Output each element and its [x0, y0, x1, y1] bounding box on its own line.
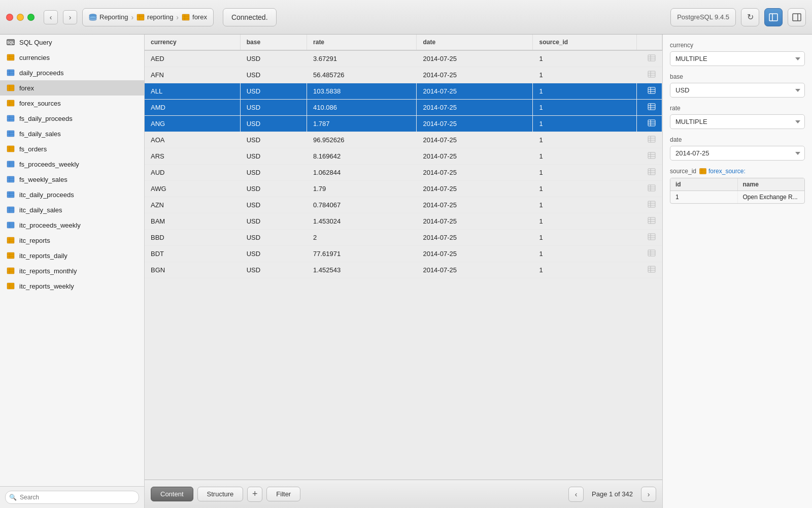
cell-currency: ANG	[145, 116, 240, 132]
sidebar-item-itc-daily-proceeds[interactable]: itc_daily_proceeds	[0, 187, 144, 202]
table-icon	[7, 176, 15, 183]
table-row[interactable]: AWGUSD1.792014-07-251	[145, 181, 662, 197]
table-row[interactable]: ANGUSD1.7872014-07-251	[145, 116, 662, 132]
sidebar-item-label: forex	[19, 84, 34, 92]
cell-icon[interactable]	[637, 213, 662, 230]
cell-source_id: 1	[533, 83, 637, 100]
cell-icon[interactable]	[637, 230, 662, 246]
table-icon-fs-orders	[6, 144, 15, 153]
search-input[interactable]	[5, 491, 139, 504]
cell-icon[interactable]	[637, 148, 662, 165]
sidebar-list: SQLSQL Query currencies daily_proceeds f…	[0, 35, 144, 486]
sidebar-item-itc-reports-weekly[interactable]: itc_reports_weekly	[0, 278, 144, 294]
sidebar-item-currencies[interactable]: currencies	[0, 50, 144, 65]
table-row[interactable]: BBDUSD22014-07-251	[145, 230, 662, 246]
table-icon-forex	[6, 83, 15, 92]
table-row[interactable]: AZNUSD0.7840672014-07-251	[145, 197, 662, 213]
breadcrumb-db[interactable]: Reporting	[89, 13, 128, 21]
svg-rect-113	[648, 201, 655, 207]
svg-rect-89	[648, 104, 655, 110]
add-row-button[interactable]: +	[247, 487, 262, 502]
row-table-icon	[648, 201, 656, 208]
source-id-label: source_id	[670, 168, 696, 175]
minimize-button[interactable]	[17, 14, 24, 21]
filter-select-date[interactable]: 2014-07-25	[670, 146, 805, 161]
filter-field-base: baseUSD	[670, 73, 805, 98]
sidebar-item-fs-proceeds-weekly[interactable]: fs_proceeds_weekly	[0, 156, 144, 172]
prev-page-button[interactable]: ‹	[568, 487, 584, 502]
table-row[interactable]: BGNUSD1.4525432014-07-251	[145, 262, 662, 278]
filter-select-currency[interactable]: MULTIPLE	[670, 51, 805, 66]
table-icon-fs-daily-proceeds	[6, 114, 15, 123]
refresh-button[interactable]: ↻	[741, 8, 759, 26]
sidebar-item-itc-proceeds-weekly[interactable]: itc_proceeds_weekly	[0, 217, 144, 233]
back-button[interactable]: ‹	[44, 10, 58, 24]
sidebar-item-forex-sources[interactable]: forex_sources	[0, 96, 144, 111]
svg-rect-69	[7, 268, 14, 274]
table-row[interactable]: ALLUSD103.58382014-07-251	[145, 83, 662, 100]
table-row[interactable]: ARSUSD8.1696422014-07-251	[145, 148, 662, 165]
table-row[interactable]: AFNUSD56.4857262014-07-251	[145, 67, 662, 83]
sidebar-item-itc-daily-sales[interactable]: itc_daily_sales	[0, 202, 144, 217]
sidebar-item-sql-query[interactable]: SQLSQL Query	[0, 35, 144, 50]
cell-icon[interactable]	[637, 116, 662, 132]
sidebar-item-label: fs_orders	[19, 145, 47, 153]
close-button[interactable]	[6, 14, 13, 21]
svg-rect-5	[182, 14, 189, 20]
cell-icon[interactable]	[637, 165, 662, 181]
cell-icon[interactable]	[637, 262, 662, 278]
breadcrumb-schema[interactable]: reporting	[137, 13, 173, 21]
sidebar-item-itc-reports-monthly[interactable]: itc_reports_monthly	[0, 263, 144, 278]
cell-currency: AED	[145, 50, 240, 67]
sidebar-item-itc-reports[interactable]: itc_reports	[0, 233, 144, 248]
table-row[interactable]: AOAUSD96.9526262014-07-251	[145, 132, 662, 148]
breadcrumb-table[interactable]: forex	[182, 13, 207, 21]
traffic-lights	[6, 14, 35, 21]
forward-button[interactable]: ›	[63, 10, 77, 24]
cell-icon[interactable]	[637, 132, 662, 148]
filter-button[interactable]: Filter	[266, 487, 300, 501]
cell-rate: 103.5838	[307, 83, 417, 100]
cell-icon[interactable]	[637, 100, 662, 116]
structure-tab[interactable]: Structure	[197, 487, 244, 501]
cell-source_id: 1	[533, 132, 637, 148]
table-icon	[7, 161, 15, 168]
filter-select-rate[interactable]: MULTIPLE	[670, 114, 805, 129]
source-mini-table-row[interactable]: 1 Open Exchange R...	[670, 191, 804, 203]
table-row[interactable]: BAMUSD1.4530242014-07-251	[145, 213, 662, 230]
sidebar-item-forex[interactable]: forex	[0, 80, 144, 96]
sidebar-item-fs-daily-proceeds[interactable]: fs_daily_proceeds	[0, 111, 144, 126]
sidebar-item-label: fs_daily_sales	[19, 130, 61, 138]
table-row[interactable]: AMDUSD410.0862014-07-251	[145, 100, 662, 116]
content-tab[interactable]: Content	[151, 487, 193, 501]
cell-currency: AUD	[145, 165, 240, 181]
cell-icon[interactable]	[637, 50, 662, 67]
sidebar-item-itc-reports-daily[interactable]: itc_reports_daily	[0, 248, 144, 263]
table-header-row: currencybaseratedatesource_id	[145, 35, 662, 50]
table-row[interactable]: AEDUSD3.672912014-07-251	[145, 50, 662, 67]
row-table-icon	[648, 217, 656, 224]
source-id-link[interactable]: forex_source:	[699, 168, 746, 175]
page-info: Page 1 of 342	[588, 490, 637, 498]
cell-icon[interactable]	[637, 197, 662, 213]
layout-right-button[interactable]	[788, 8, 806, 26]
sidebar-item-fs-weekly-sales[interactable]: fs_weekly_sales	[0, 172, 144, 187]
sidebar-item-fs-orders[interactable]: fs_orders	[0, 141, 144, 156]
cell-icon[interactable]	[637, 181, 662, 197]
cell-icon[interactable]	[637, 83, 662, 100]
row-table-icon	[648, 233, 656, 240]
cell-rate: 77.61971	[307, 246, 417, 262]
sidebar-item-daily-proceeds[interactable]: daily_proceeds	[0, 65, 144, 80]
sidebar-item-fs-daily-sales[interactable]: fs_daily_sales	[0, 126, 144, 141]
cell-icon[interactable]	[637, 67, 662, 83]
source-mini-table-header: id name	[670, 178, 804, 191]
row-table-icon	[648, 54, 656, 61]
cell-icon[interactable]	[637, 246, 662, 262]
table-row[interactable]: BDTUSD77.619712014-07-251	[145, 246, 662, 262]
filter-select-base[interactable]: USD	[670, 83, 805, 98]
layout-left-button[interactable]	[764, 8, 783, 26]
maximize-button[interactable]	[27, 14, 35, 21]
cell-currency: BGN	[145, 262, 240, 278]
table-row[interactable]: AUDUSD1.0628442014-07-251	[145, 165, 662, 181]
next-page-button[interactable]: ›	[641, 487, 656, 502]
